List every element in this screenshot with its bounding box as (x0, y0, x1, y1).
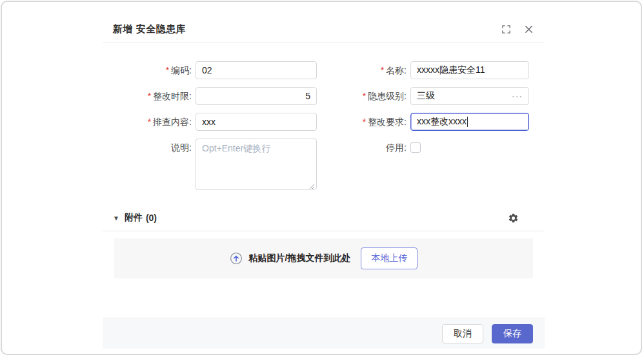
disable-checkbox[interactable] (410, 142, 421, 153)
required-asterisk: * (363, 91, 366, 101)
local-upload-button[interactable]: 本地上传 (361, 247, 418, 269)
attachments-section-header: ▼ 附件 (0) (103, 212, 545, 231)
description-label: 说明: (103, 139, 196, 157)
upload-dropzone[interactable]: 粘贴图片/拖拽文件到此处 本地上传 (114, 238, 533, 278)
save-button[interactable]: 保存 (492, 324, 533, 343)
required-asterisk: * (148, 117, 151, 127)
required-asterisk: * (166, 65, 169, 75)
close-icon[interactable] (523, 24, 534, 35)
inspection-content-label: *排查内容: (103, 113, 196, 131)
hazard-level-value: 三级 (417, 90, 512, 102)
upload-arrow-icon (230, 252, 243, 265)
caret-down-icon[interactable]: ▼ (113, 215, 119, 222)
fullscreen-icon[interactable] (500, 24, 512, 35)
description-textarea[interactable] (196, 139, 317, 190)
time-limit-input[interactable] (196, 87, 317, 105)
add-hazard-dialog: 新增 安全隐患库 *编码: *名称: (103, 16, 545, 349)
rectification-requirement-label: *整改要求: (317, 113, 410, 131)
cancel-button[interactable]: 取消 (442, 324, 483, 343)
dialog-footer: 取消 保存 (103, 318, 545, 349)
code-label: *编码: (103, 61, 196, 79)
disable-label: 停用: (317, 139, 410, 157)
dialog-header: 新增 安全隐患库 (103, 16, 545, 43)
header-icons (500, 24, 534, 35)
hazard-level-label: *隐患级别: (317, 87, 410, 105)
gear-icon[interactable] (508, 213, 519, 224)
required-asterisk: * (148, 91, 151, 101)
hazard-level-select[interactable]: 三级 ··· (410, 87, 529, 105)
code-input[interactable] (196, 61, 317, 79)
app-window: 新增 安全隐患库 *编码: *名称: (1, 1, 642, 355)
dialog-title: 新增 安全隐患库 (113, 23, 186, 35)
ellipsis-more-icon[interactable]: ··· (512, 92, 523, 101)
rectification-requirement-value: xxx整改xxxx (417, 116, 467, 128)
name-input[interactable] (410, 61, 529, 79)
rectification-requirement-input[interactable]: xxx整改xxxx (410, 113, 529, 131)
attachments-title: 附件 (125, 212, 143, 224)
text-cursor (467, 117, 468, 127)
inspection-content-input[interactable] (196, 113, 317, 131)
required-asterisk: * (381, 65, 384, 75)
required-asterisk: * (363, 117, 366, 127)
upload-hint: 粘贴图片/拖拽文件到此处 (249, 253, 351, 264)
name-label: *名称: (317, 61, 410, 79)
attachments-count: (0) (146, 213, 157, 223)
time-limit-label: *整改时限: (103, 87, 196, 105)
hazard-form: *编码: *名称: *整改时限: *隐患级别: 三级 ··· *排查内容: *整… (103, 61, 545, 193)
